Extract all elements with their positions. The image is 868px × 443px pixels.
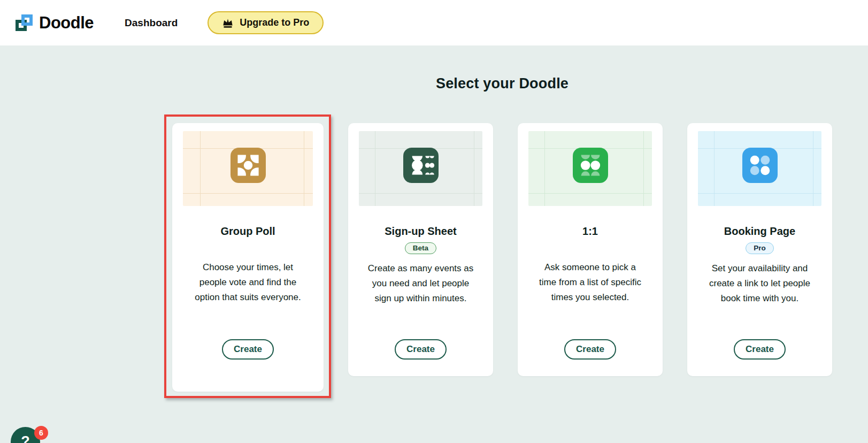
doodle-logo[interactable]: Doodle (14, 13, 94, 33)
create-sign-up-sheet-button[interactable]: Create (395, 339, 447, 360)
grid-line (813, 131, 813, 206)
grid-line (528, 193, 652, 194)
nav-dashboard-link[interactable]: Dashboard (125, 17, 178, 29)
card-description: Ask someone to pick a time from a list o… (536, 260, 644, 305)
card-title: Sign-up Sheet (385, 225, 456, 238)
card-title: 1:1 (582, 225, 598, 238)
grid-line (375, 131, 375, 206)
main-content: Select your Doodle (172, 45, 832, 392)
grid-line (698, 193, 821, 194)
grid-line (200, 131, 201, 206)
notification-badge[interactable]: 6 (34, 426, 48, 440)
card-title: Group Poll (220, 225, 275, 238)
card-one-to-one[interactable]: 1:1 Ask someone to pick a time from a li… (518, 123, 663, 376)
one-to-one-illustration (528, 131, 652, 206)
group-poll-illustration (183, 131, 313, 206)
beta-badge: Beta (405, 242, 436, 254)
card-title: Booking Page (724, 225, 795, 238)
sign-up-sheet-illustration (359, 131, 482, 206)
group-poll-icon (231, 148, 266, 183)
card-description: Set your availability and create a link … (698, 261, 821, 306)
pro-badge: Pro (746, 242, 774, 254)
create-booking-page-button[interactable]: Create (734, 339, 786, 360)
grid-line (183, 193, 313, 194)
grid-line (359, 193, 482, 194)
doodle-type-cards: Group Poll Choose your times, let people… (172, 123, 832, 392)
booking-page-illustration (698, 131, 821, 206)
upgrade-to-pro-button[interactable]: Upgrade to Pro (208, 11, 324, 34)
grid-line (474, 131, 474, 206)
card-booking-page[interactable]: Booking Page Pro Set your availability a… (687, 123, 832, 376)
sign-up-sheet-icon (403, 148, 439, 183)
card-group-poll[interactable]: Group Poll Choose your times, let people… (172, 123, 324, 392)
top-header: Doodle Dashboard Upgrade to Pro (0, 0, 868, 45)
doodle-logo-icon (14, 13, 34, 33)
grid-line (544, 131, 545, 206)
one-to-one-icon (573, 148, 608, 183)
grid-line (643, 131, 644, 206)
question-mark-icon: ? (21, 433, 30, 443)
crown-icon (222, 18, 234, 28)
create-one-to-one-button[interactable]: Create (564, 339, 616, 360)
booking-page-icon (742, 148, 778, 183)
page-title: Select your Doodle (172, 75, 832, 92)
doodle-logo-text: Doodle (39, 13, 94, 33)
create-group-poll-button[interactable]: Create (222, 339, 274, 360)
grid-line (304, 131, 304, 206)
card-sign-up-sheet[interactable]: Sign-up Sheet Beta Create as many events… (348, 123, 493, 376)
card-description: Choose your times, let people vote and f… (194, 260, 302, 305)
card-description: Create as many events as you need and le… (367, 261, 475, 306)
grid-line (714, 131, 715, 206)
upgrade-to-pro-label: Upgrade to Pro (240, 17, 309, 28)
